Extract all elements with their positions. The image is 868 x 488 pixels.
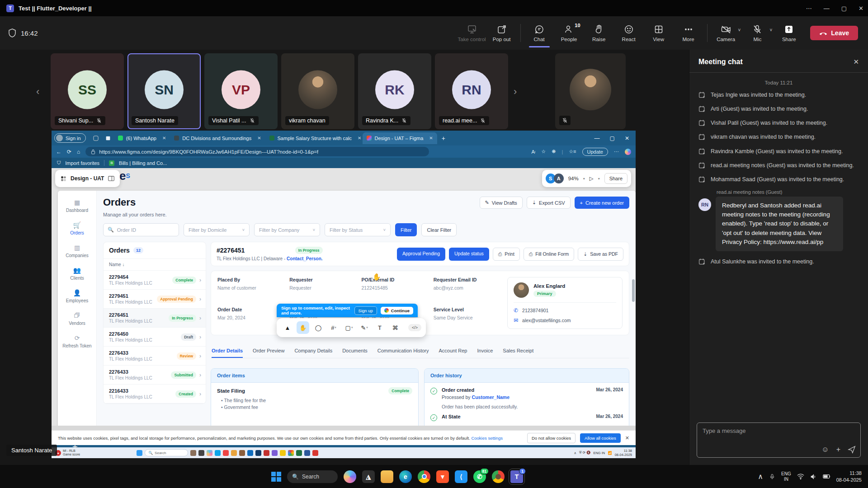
tab-company-details[interactable]: Company Details <box>294 345 332 358</box>
app-icon[interactable] <box>304 450 310 456</box>
tiles-next-chevron[interactable]: › <box>514 86 517 98</box>
tab-order-preview[interactable]: Order Preview <box>253 345 284 358</box>
app-icon[interactable] <box>255 450 261 456</box>
order-row-selected[interactable]: 2276451TL Flex Holdings LLCIn Progress› <box>104 309 206 328</box>
export-csv-button[interactable]: ⇣Export CSV <box>527 197 571 209</box>
video-tile-readai[interactable]: RN read.ai mee... <box>435 53 508 129</box>
chat-button[interactable]: Chat <box>524 24 554 42</box>
pop-out-button[interactable]: Pop out <box>487 24 517 42</box>
view-drafts-button[interactable]: ✎View Drafts <box>480 197 523 209</box>
chrome-icon[interactable] <box>418 470 430 483</box>
app-icon[interactable] <box>190 450 196 456</box>
app-icon[interactable] <box>231 450 237 456</box>
sidebar-item-dashboard[interactable]: ▦Dashboard <box>60 195 95 217</box>
approval-pending-button[interactable]: Approval Pending <box>397 248 445 261</box>
tray-mic-icon[interactable] <box>769 473 775 480</box>
tray-chevron[interactable]: ∧ <box>574 451 576 455</box>
language-indicator[interactable]: ENGIN <box>781 471 791 482</box>
figma-share-button[interactable]: Share <box>604 173 627 184</box>
app-icon[interactable] <box>215 450 221 456</box>
cookie-close-icon[interactable]: ✕ <box>625 435 629 441</box>
chat-input[interactable] <box>703 427 838 434</box>
brave-icon[interactable]: ▼ <box>436 470 449 483</box>
start-button[interactable] <box>271 472 281 482</box>
video-tile-vikram[interactable]: vikram chavan <box>281 53 354 129</box>
actions-tool[interactable]: ⌘ <box>389 321 401 334</box>
minimize-icon[interactable]: — <box>824 5 830 12</box>
tab-figma[interactable]: Design - UAT – Figma✕ <box>363 132 437 144</box>
file-explorer-icon[interactable] <box>381 470 393 483</box>
order-id-search-input[interactable]: 🔍Order ID <box>103 223 179 236</box>
update-status-button[interactable]: Update status <box>449 248 489 261</box>
favorite-star-icon[interactable]: ☆ <box>541 149 546 155</box>
text-tool[interactable]: T <box>373 321 386 334</box>
leave-button[interactable]: Leave <box>810 26 858 40</box>
copilot-icon[interactable] <box>625 149 631 155</box>
app-icon[interactable] <box>247 450 253 456</box>
browser-close-icon[interactable]: ✕ <box>625 135 629 141</box>
chrome-profile-icon[interactable] <box>492 470 505 483</box>
video-tile-shivani[interactable]: SS Shivani Sup... <box>51 53 124 129</box>
app-icon[interactable] <box>223 450 229 456</box>
update-button[interactable]: Update <box>582 148 608 156</box>
tab-order-details[interactable]: Order Details <box>212 345 243 358</box>
video-tile-ravindra[interactable]: RK Ravindra K... <box>358 53 431 129</box>
share-button[interactable]: Share <box>774 24 804 42</box>
tab-sales-receipt[interactable]: Sales Receipt <box>503 345 533 358</box>
video-tile-santosh[interactable]: SN Santosh Narate <box>127 53 201 129</box>
fill-online-form-button[interactable]: ⎙Fill Online Form <box>524 248 575 261</box>
battery-icon[interactable] <box>823 474 830 479</box>
video-tile-self[interactable] <box>555 53 626 129</box>
hand-tool[interactable]: ✋ <box>297 321 309 334</box>
whatsapp-icon[interactable]: ✆81 <box>473 470 486 483</box>
raise-hand-button[interactable]: Raise <box>584 24 614 42</box>
tab-whatsapp[interactable]: (6) WhatsApp✕ <box>114 132 170 144</box>
browser-restore-icon[interactable]: ▢ <box>610 135 615 141</box>
tray-chevron[interactable]: ∧ <box>758 472 763 481</box>
browser-minimize-icon[interactable]: — <box>594 135 600 141</box>
order-row[interactable]: 2216433TL Flex Holdings LLCCreated› <box>104 385 206 404</box>
speaker-icon[interactable] <box>810 474 817 480</box>
copilot-icon[interactable] <box>344 470 356 483</box>
chat-input-box[interactable]: ☺ + <box>697 422 861 458</box>
start-icon[interactable] <box>137 450 142 456</box>
app-icon[interactable] <box>264 450 269 456</box>
zoom-level[interactable]: 94% <box>568 176 579 181</box>
deny-cookies-button[interactable]: Do not allow cookies <box>527 433 576 443</box>
send-icon[interactable] <box>848 446 856 454</box>
figma-file-pill[interactable]: Design - UAT <box>55 170 120 187</box>
app-icon[interactable] <box>272 450 278 456</box>
attach-plus-icon[interactable]: + <box>836 446 840 454</box>
mic-button[interactable]: Mic <box>742 24 772 42</box>
camera-button[interactable]: Camera <box>711 24 741 42</box>
emoji-icon[interactable]: ☺ <box>821 446 829 454</box>
tab-actions-icon[interactable] <box>105 136 111 141</box>
url-field[interactable]: https://www.figma.com/design/9BKQ0FOHRWa… <box>85 147 429 156</box>
print-button[interactable]: ⎙Print <box>493 248 520 261</box>
filter-button[interactable]: Filter <box>395 223 417 236</box>
collaborator-avatar-a[interactable]: A <box>554 174 564 183</box>
scrollbar-thumb[interactable] <box>632 279 635 302</box>
bookmark-import[interactable]: Import favorites <box>65 160 99 166</box>
order-row[interactable]: 2276433TL Flex Holdings LLCReview› <box>104 347 206 366</box>
cookie-settings-link[interactable]: Cookies settings <box>471 436 503 441</box>
app-icon[interactable] <box>239 450 245 456</box>
maximize-icon[interactable]: ▢ <box>841 5 847 12</box>
tab-communication-history[interactable]: Communication History <box>377 345 429 358</box>
people-button[interactable]: 10 People <box>554 24 584 42</box>
orders-sort-header[interactable]: Name ↓ <box>104 259 206 271</box>
extensions-icon[interactable]: ❋ <box>552 149 556 155</box>
app-icon[interactable] <box>312 450 318 456</box>
scale-tool[interactable]: ◯ <box>312 321 325 334</box>
sidebar-item-employees[interactable]: 👤Employees <box>60 286 95 307</box>
contact-email[interactable]: alex@vstatefilings.com <box>522 318 571 323</box>
filter-status-dropdown[interactable]: Filter by Status˅ <box>325 223 391 236</box>
pen-tool[interactable]: ✎▾ <box>358 321 371 334</box>
view-button[interactable]: View <box>644 24 674 42</box>
sidebar-item-clients[interactable]: 👥Clients <box>60 263 95 285</box>
order-row[interactable]: 2279454TL Flex Holdings LLCComplete› <box>104 271 206 290</box>
read-aloud-icon[interactable]: Aᵎ <box>531 149 535 155</box>
allow-cookies-button[interactable]: Allow all cookies <box>580 433 621 443</box>
tab-invoice[interactable]: Invoice <box>477 345 493 358</box>
video-tile-vishal[interactable]: VP Vishal Patil ... <box>204 53 278 129</box>
